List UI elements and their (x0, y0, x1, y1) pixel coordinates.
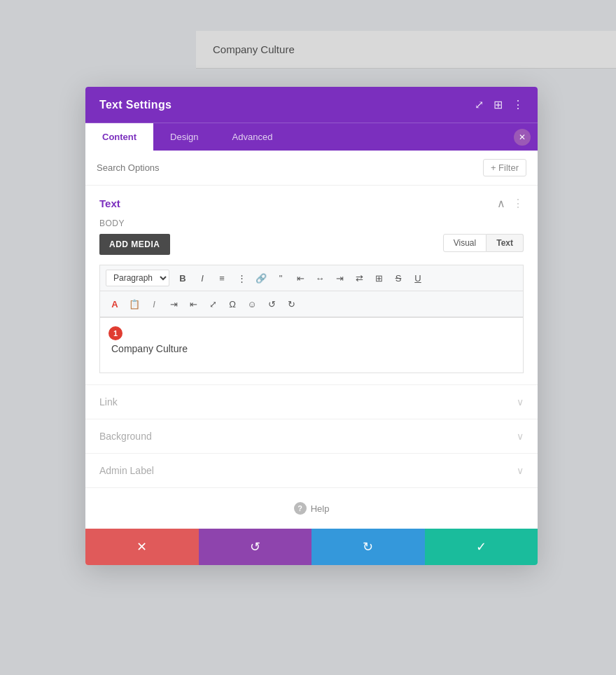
search-input[interactable] (97, 162, 483, 173)
undo-icon: ↺ (250, 539, 260, 555)
toggle-visual-button[interactable]: Visual (443, 234, 486, 252)
panel-body: Text ∧ ⋮ Body ADD MEDIA Visual Text (85, 186, 538, 529)
section-title: Text (99, 197, 120, 209)
action-bar: ✕ ↺ ↻ ✓ (85, 529, 538, 565)
outdent-button[interactable]: ⇤ (184, 295, 202, 312)
section-collapse-icon[interactable]: ∧ (497, 197, 505, 210)
background-chevron-icon: ∨ (517, 431, 524, 442)
section-header: Text ∧ ⋮ (99, 197, 524, 210)
bold-button[interactable]: B (174, 270, 192, 286)
paste-button[interactable]: 📋 (125, 295, 144, 312)
editor-text-content: Company Culture (108, 343, 514, 354)
section-more-icon[interactable]: ⋮ (512, 197, 524, 210)
toggle-text-button[interactable]: Text (486, 234, 524, 252)
panel-header: Text Settings ⤢ ⊞ ⋮ (85, 87, 538, 123)
indent-button[interactable]: ⇥ (164, 295, 183, 312)
filter-button[interactable]: + Filter (483, 159, 526, 176)
cancel-icon: ✕ (136, 539, 147, 555)
italic-button[interactable]: I (193, 270, 211, 286)
toolbar-row-1: Paragraph B I ≡ ⋮ 🔗 " ⇤ ↔ ⇥ ⇄ ⊞ S U (99, 265, 524, 291)
strikethrough-button[interactable]: S (389, 270, 407, 286)
align-center-button[interactable]: ↔ (311, 270, 329, 286)
panel-header-icons: ⤢ ⊞ ⋮ (475, 98, 524, 111)
fullscreen-button[interactable]: ⤢ (204, 295, 222, 312)
toolbar-area: Paragraph B I ≡ ⋮ 🔗 " ⇤ ↔ ⇥ ⇄ ⊞ S U (99, 265, 524, 317)
blockquote-button[interactable]: " (272, 270, 290, 286)
panel-title: Text Settings (99, 99, 172, 111)
link-button[interactable]: 🔗 (252, 270, 270, 286)
background-section-title: Background (99, 431, 152, 442)
underline-button[interactable]: U (409, 270, 427, 286)
italic2-button[interactable]: I (145, 295, 163, 312)
add-media-button[interactable]: ADD MEDIA (99, 234, 170, 255)
close-panel-button[interactable]: ✕ (514, 129, 531, 146)
align-left-button[interactable]: ⇤ (291, 270, 309, 286)
expand-icon[interactable]: ⤢ (475, 98, 484, 111)
undo-editor-button[interactable]: ↺ (262, 295, 281, 312)
tab-content[interactable]: Content (85, 123, 153, 151)
editor-toolbar-area: ADD MEDIA Visual Text (99, 234, 524, 262)
columns-icon[interactable]: ⊞ (493, 98, 503, 111)
editor-content[interactable]: 1 Company Culture (99, 317, 524, 373)
cancel-button[interactable]: ✕ (85, 529, 199, 565)
emoji-button[interactable]: ☺ (243, 295, 261, 312)
align-right-button[interactable]: ⇥ (330, 270, 349, 286)
tabs-close-area: ✕ (514, 123, 538, 151)
background-section[interactable]: Background ∨ (85, 419, 538, 454)
tab-design[interactable]: Design (153, 123, 215, 151)
tab-advanced[interactable]: Advanced (216, 123, 290, 151)
align-justify-button[interactable]: ⇄ (350, 270, 368, 286)
link-section-title: Link (99, 396, 118, 408)
admin-label-section[interactable]: Admin Label ∨ (85, 454, 538, 488)
toolbar-row-2: A 📋 I ⇥ ⇤ ⤢ Ω ☺ ↺ ↻ (99, 291, 524, 317)
save-button[interactable]: ✓ (425, 529, 538, 565)
settings-panel: Text Settings ⤢ ⊞ ⋮ Content Design Advan… (85, 87, 538, 565)
body-label: Body (99, 218, 524, 228)
save-icon: ✓ (476, 539, 486, 555)
editor-number-badge: 1 (108, 326, 122, 340)
help-icon: ? (294, 502, 307, 515)
editor-toggle: Visual Text (443, 234, 524, 252)
redo-button[interactable]: ↻ (312, 529, 425, 565)
redo-editor-button[interactable]: ↻ (282, 295, 300, 312)
text-section: Text ∧ ⋮ Body ADD MEDIA Visual Text (85, 186, 538, 385)
help-label: Help (311, 503, 330, 514)
ordered-list-button[interactable]: ⋮ (232, 270, 251, 286)
unordered-list-button[interactable]: ≡ (213, 270, 231, 286)
search-bar: + Filter (85, 151, 538, 186)
undo-button[interactable]: ↺ (199, 529, 312, 565)
more-icon[interactable]: ⋮ (512, 98, 524, 111)
paragraph-select[interactable]: Paragraph (106, 270, 169, 286)
link-section[interactable]: Link ∨ (85, 385, 538, 419)
help-section: ? Help (85, 488, 538, 529)
special-char-button[interactable]: Ω (223, 295, 241, 312)
link-chevron-icon: ∨ (517, 396, 524, 408)
table-button[interactable]: ⊞ (370, 270, 388, 286)
redo-icon: ↻ (363, 539, 373, 555)
admin-label-title: Admin Label (99, 465, 154, 476)
section-header-icons: ∧ ⋮ (497, 197, 524, 210)
font-color-button[interactable]: A (106, 295, 124, 312)
admin-label-chevron-icon: ∨ (517, 465, 524, 476)
tabs-bar: Content Design Advanced ✕ (85, 123, 538, 151)
help-link[interactable]: ? Help (99, 502, 524, 515)
close-icon: ✕ (519, 132, 526, 142)
